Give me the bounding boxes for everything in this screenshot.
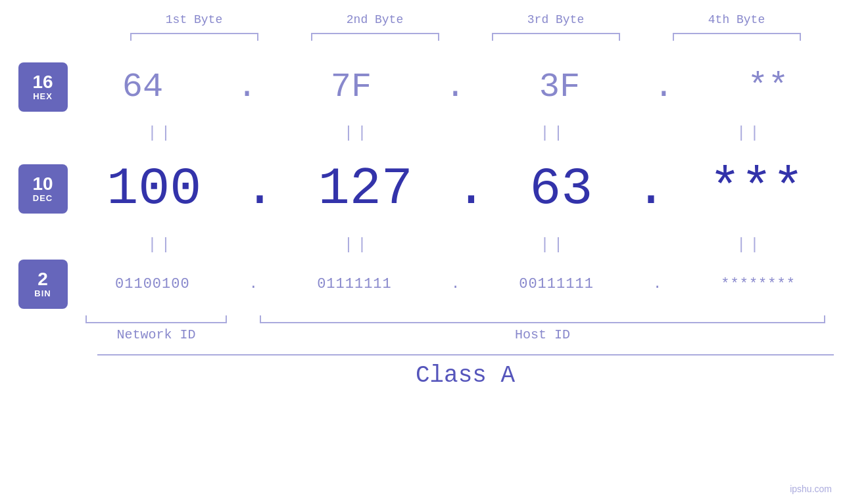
bracket-2 <box>311 33 439 41</box>
byte4-header: 4th Byte <box>671 13 802 26</box>
top-brackets <box>104 33 827 41</box>
bin-dot3: . <box>653 276 662 292</box>
bottom-bracket-row <box>0 315 845 323</box>
equals-3: || <box>488 124 619 142</box>
bin-badge-label: BIN <box>34 288 51 298</box>
equals-7: || <box>488 236 619 254</box>
network-id-label: Network ID <box>85 327 227 342</box>
hex-b2: 7F <box>331 68 372 106</box>
class-bar: Class A <box>97 354 834 389</box>
dec-b2: 127 <box>318 159 413 219</box>
dec-row: 10 DEC 100 . 127 . 63 . *** <box>0 146 845 231</box>
hex-dot2: . <box>445 68 466 106</box>
hex-badge-label: HEX <box>33 91 53 101</box>
bin-b4: ******** <box>721 276 796 292</box>
hex-row: 16 HEX 64 . 7F . 3F . ** <box>0 54 845 120</box>
dec-values: 100 . 127 . 63 . *** <box>85 159 845 219</box>
bin-badge-number: 2 <box>37 270 48 288</box>
equals-6: || <box>291 236 423 254</box>
class-label: Class A <box>416 362 515 389</box>
host-id-label: Host ID <box>260 327 825 342</box>
dec-dot1: . <box>244 159 276 219</box>
equals-row-1: || || || || <box>0 120 845 146</box>
content-section: 16 HEX 64 . 7F . 3F . ** || || | <box>0 54 845 310</box>
bin-badge-wrapper: 2 BIN <box>0 260 85 309</box>
host-id-bracket <box>260 315 825 323</box>
hex-b4: ** <box>748 68 788 106</box>
bin-values: 01100100 . 01111111 . 00111111 . *******… <box>85 276 845 292</box>
equals-2: || <box>291 124 423 142</box>
dec-dot3: . <box>635 159 667 219</box>
bracket-4 <box>673 33 801 41</box>
dec-badge-label: DEC <box>33 193 53 203</box>
bin-b1: 01100100 <box>115 276 190 292</box>
dec-badge: 10 DEC <box>18 164 68 214</box>
hex-dot1: . <box>237 68 257 106</box>
dec-badge-number: 10 <box>32 175 53 193</box>
dec-b1: 100 <box>107 159 201 219</box>
equals-1: || <box>95 124 227 142</box>
bin-dot2: . <box>451 276 460 292</box>
hex-badge-number: 16 <box>32 73 53 91</box>
hex-dot3: . <box>654 68 674 106</box>
hex-b1: 64 <box>122 68 163 106</box>
bin-badge: 2 BIN <box>18 260 68 309</box>
byte-headers: 1st Byte 2nd Byte 3rd Byte 4th Byte <box>104 13 827 26</box>
bin-b3: 00111111 <box>519 276 594 292</box>
bin-dot1: . <box>249 276 258 292</box>
equals-4: || <box>684 124 815 142</box>
watermark: ipshu.com <box>790 484 832 494</box>
equals-5: || <box>95 236 227 254</box>
bracket-1 <box>130 33 258 41</box>
byte2-header: 2nd Byte <box>309 13 441 26</box>
byte3-header: 3rd Byte <box>490 13 621 26</box>
id-labels: Network ID Host ID <box>0 327 845 342</box>
hex-badge-wrapper: 16 HEX <box>0 62 85 112</box>
dec-badge-wrapper: 10 DEC <box>0 164 85 214</box>
bracket-3 <box>492 33 620 41</box>
hex-values: 64 . 7F . 3F . ** <box>85 68 845 106</box>
bin-b2: 01111111 <box>317 276 392 292</box>
dec-b4: *** <box>710 159 804 219</box>
hex-b3: 3F <box>539 68 580 106</box>
byte1-header: 1st Byte <box>128 13 260 26</box>
equals-row-2: || || || || <box>0 231 845 258</box>
dec-b3: 63 <box>529 159 592 219</box>
bin-row: 2 BIN 01100100 . 01111111 . 00111111 . *… <box>0 258 845 310</box>
main-container: 1st Byte 2nd Byte 3rd Byte 4th Byte 16 H… <box>0 0 845 504</box>
dec-dot2: . <box>455 159 487 219</box>
equals-8: || <box>684 236 815 254</box>
hex-badge: 16 HEX <box>18 62 68 112</box>
network-id-bracket <box>85 315 227 323</box>
